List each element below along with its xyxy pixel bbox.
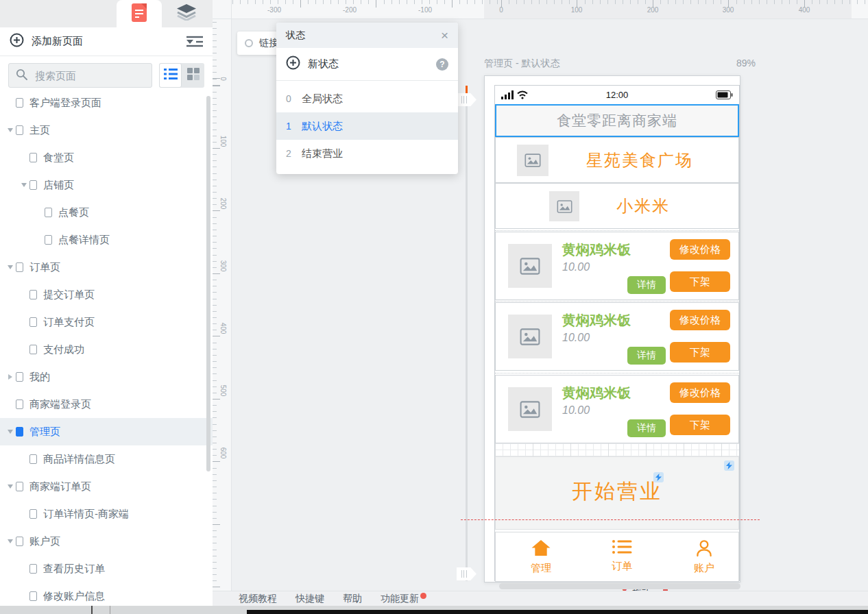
sidebar-item-page-selected[interactable]: 管理页 <box>0 418 213 445</box>
list-view-button[interactable] <box>159 63 182 88</box>
start-business-button[interactable]: 开始营业 <box>496 478 738 506</box>
modify-price-button[interactable]: 修改价格 <box>670 382 730 403</box>
sidebar-item-page[interactable]: 客户端登录页面 <box>0 89 213 116</box>
sidebar-item-page[interactable]: 店铺页 <box>0 171 213 199</box>
interaction-bolt-icon[interactable] <box>724 460 734 471</box>
horizontal-scrollbar[interactable] <box>499 583 740 589</box>
image-placeholder-icon <box>508 315 552 358</box>
sidebar-item-page[interactable]: 主页 <box>0 116 213 144</box>
nav-item-orders[interactable]: 订单 <box>600 539 644 573</box>
chevron-down-icon[interactable] <box>5 473 15 500</box>
sidebar-item-page[interactable]: 商家端登录页 <box>0 391 213 418</box>
ruler-label: -200 <box>343 6 357 14</box>
store-row[interactable]: 星苑美食广场 <box>495 137 739 183</box>
chevron-down-icon[interactable] <box>5 418 15 445</box>
food-item-row[interactable]: 黄焖鸡米饭 10.00 详情 修改价格 下架 <box>495 375 739 443</box>
chevron-down-icon[interactable] <box>5 116 15 144</box>
ruler-label: 300 <box>723 6 734 14</box>
sidebar-scrollbar[interactable] <box>206 96 210 471</box>
nav-label: 订单 <box>612 560 632 573</box>
document-icon <box>16 427 23 437</box>
document-icon <box>16 98 23 108</box>
take-off-button[interactable]: 下架 <box>670 271 730 292</box>
tab-pages[interactable] <box>117 0 162 27</box>
sidebar-item-page[interactable]: 食堂页 <box>0 144 213 171</box>
state-item[interactable]: 2 结束营业 <box>276 140 458 167</box>
take-off-button[interactable]: 下架 <box>670 342 730 363</box>
page-label: 订单页 <box>29 261 60 274</box>
chevron-right-icon[interactable] <box>5 363 15 391</box>
status-bar[interactable]: 12:00 <box>495 86 739 104</box>
footer-link-updates[interactable]: 功能更新 <box>381 593 426 605</box>
sidebar-item-page[interactable]: 点餐详情页 <box>0 226 213 254</box>
nav-item-account[interactable]: 账户 <box>682 539 726 575</box>
sidebar-item-page[interactable]: 我的 <box>0 363 213 391</box>
sidebar-item-page[interactable]: 账户页 <box>0 528 213 555</box>
start-business-panel[interactable]: 开始营业 <box>495 456 739 530</box>
zoom-level[interactable]: 89% <box>725 58 756 69</box>
state-item[interactable]: 0 全局状态 <box>276 85 458 112</box>
ruler-label: 100 <box>219 136 227 147</box>
modify-price-button[interactable]: 修改价格 <box>670 239 730 260</box>
page-label: 点餐详情页 <box>58 234 110 247</box>
scroll-region-handle-bottom[interactable] <box>457 567 477 580</box>
chevron-down-icon[interactable] <box>5 254 15 281</box>
image-placeholder-icon <box>508 244 552 288</box>
grid-view-button[interactable] <box>182 63 204 88</box>
sidebar-item-page[interactable]: 修改账户信息 <box>0 582 213 606</box>
list-view-icon <box>164 69 178 82</box>
search-box[interactable] <box>8 63 152 88</box>
arrow-spacer <box>19 582 29 606</box>
footer-link-video[interactable]: 视频教程 <box>239 593 277 605</box>
collapse-all-icon[interactable] <box>186 36 203 47</box>
sidebar-item-page[interactable]: 支付成功 <box>0 336 213 363</box>
food-price: 10.00 <box>562 404 590 417</box>
modify-price-button[interactable]: 修改价格 <box>670 310 730 330</box>
sidebar-item-page[interactable]: 商家端订单页 <box>0 473 213 500</box>
chevron-down-icon[interactable] <box>5 528 15 555</box>
search-input[interactable] <box>34 69 145 82</box>
tab-layers[interactable] <box>167 0 206 27</box>
close-icon[interactable]: × <box>441 29 448 42</box>
phone-mockup[interactable]: 12:00 食堂零距离商家端 星苑美食广场 <box>484 75 740 582</box>
arrow-spacer <box>5 391 15 418</box>
sidebar-item-page[interactable]: 提交订单页 <box>0 281 213 308</box>
ruler-label: 100 <box>571 6 583 14</box>
sidebar-item-page[interactable]: 点餐页 <box>0 199 213 226</box>
state-item-selected[interactable]: 1 默认状态 <box>276 112 458 140</box>
new-state-button[interactable]: 新状态 ? <box>276 48 458 81</box>
document-icon <box>45 208 52 217</box>
add-new-page-row[interactable]: 添加新页面 <box>0 27 213 56</box>
arrow-spacer <box>19 555 29 582</box>
store-row[interactable]: 小米米 <box>495 183 739 229</box>
detail-button[interactable]: 详情 <box>627 276 666 294</box>
state-index: 0 <box>286 93 293 104</box>
food-item-row[interactable]: 黄焖鸡米饭 10.00 详情 修改价格 下架 <box>495 302 739 371</box>
interaction-bolt-icon[interactable] <box>653 472 664 482</box>
detail-button[interactable]: 详情 <box>627 419 666 437</box>
state-label: 结束营业 <box>302 147 343 160</box>
sidebar-item-page[interactable]: 订单详情页-商家端 <box>0 500 213 528</box>
horizontal-ruler: -300 -200 -100 0 100 200 300 400 <box>213 0 868 19</box>
arrow-spacer <box>19 144 29 171</box>
sidebar-item-page[interactable]: 订单页 <box>0 254 213 281</box>
document-icon <box>16 400 23 409</box>
nav-item-manage[interactable]: 管理 <box>519 539 563 575</box>
sidebar-item-page[interactable]: 查看历史订单 <box>0 555 213 582</box>
detail-button[interactable]: 详情 <box>627 347 666 365</box>
footer-link-help[interactable]: 帮助 <box>343 593 362 605</box>
food-item-row[interactable]: 黄焖鸡米饭 10.00 详情 修改价格 下架 <box>495 232 739 300</box>
ruler-label: -300 <box>267 6 281 14</box>
sidebar-item-page[interactable]: 订单支付页 <box>0 308 213 336</box>
view-toggle <box>159 63 204 88</box>
take-off-button[interactable]: 下架 <box>670 415 730 435</box>
mockup-editor-window: 添加新页面 <box>0 0 868 614</box>
add-new-page-label: 添加新页面 <box>32 35 83 48</box>
sidebar-item-page[interactable]: 商品详情信息页 <box>0 445 213 473</box>
footer-link-shortcuts[interactable]: 快捷键 <box>296 593 324 605</box>
scroll-region-handle-top[interactable] <box>457 93 477 106</box>
chevron-down-icon[interactable] <box>19 171 29 199</box>
help-icon[interactable]: ? <box>436 58 448 71</box>
app-title-bar[interactable]: 食堂零距离商家端 <box>495 104 739 137</box>
ruler-major-ticks <box>213 0 868 8</box>
